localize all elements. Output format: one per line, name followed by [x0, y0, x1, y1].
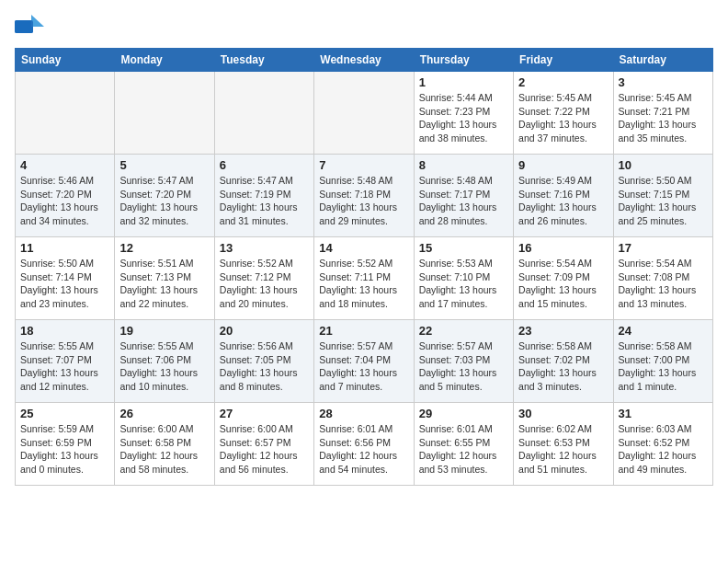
day-number: 5	[119, 158, 209, 172]
day-detail: Sunrise: 5:49 AM Sunset: 7:16 PM Dayligh…	[518, 174, 608, 228]
day-detail: Sunrise: 5:51 AM Sunset: 7:13 PM Dayligh…	[119, 257, 209, 311]
day-detail: Sunrise: 5:50 AM Sunset: 7:14 PM Dayligh…	[20, 257, 109, 311]
day-detail: Sunrise: 5:45 AM Sunset: 7:22 PM Dayligh…	[518, 91, 608, 145]
day-number: 4	[20, 158, 109, 172]
calendar-cell: 2Sunrise: 5:45 AM Sunset: 7:22 PM Daylig…	[514, 72, 613, 155]
calendar-cell: 13Sunrise: 5:52 AM Sunset: 7:12 PM Dayli…	[214, 237, 313, 320]
calendar-cell	[115, 72, 214, 155]
day-number: 1	[419, 75, 508, 89]
day-detail: Sunrise: 5:58 AM Sunset: 7:00 PM Dayligh…	[619, 339, 708, 394]
day-number: 3	[619, 75, 708, 89]
day-number: 23	[518, 324, 608, 338]
day-detail: Sunrise: 5:50 AM Sunset: 7:15 PM Dayligh…	[619, 174, 708, 228]
day-detail: Sunrise: 5:45 AM Sunset: 7:21 PM Dayligh…	[619, 91, 708, 145]
calendar-cell: 6Sunrise: 5:47 AM Sunset: 7:19 PM Daylig…	[214, 155, 313, 237]
calendar-cell	[314, 72, 414, 155]
day-detail: Sunrise: 6:01 AM Sunset: 6:56 PM Dayligh…	[319, 422, 408, 477]
day-number: 12	[119, 241, 209, 255]
day-number: 18	[20, 324, 109, 338]
calendar-cell: 5Sunrise: 5:47 AM Sunset: 7:20 PM Daylig…	[115, 155, 214, 237]
svg-rect-2	[15, 20, 33, 33]
calendar-cell: 24Sunrise: 5:58 AM Sunset: 7:00 PM Dayli…	[613, 320, 712, 403]
weekday-header-friday: Friday	[514, 49, 613, 72]
day-number: 6	[220, 158, 309, 172]
calendar-cell: 27Sunrise: 6:00 AM Sunset: 6:57 PM Dayli…	[214, 403, 313, 486]
week-row-4: 18Sunrise: 5:55 AM Sunset: 7:07 PM Dayli…	[16, 320, 713, 403]
day-number: 14	[319, 241, 408, 255]
day-detail: Sunrise: 5:52 AM Sunset: 7:12 PM Dayligh…	[220, 257, 309, 311]
calendar-cell: 21Sunrise: 5:57 AM Sunset: 7:04 PM Dayli…	[314, 320, 414, 403]
day-detail: Sunrise: 5:47 AM Sunset: 7:20 PM Dayligh…	[119, 174, 209, 228]
calendar-cell: 26Sunrise: 6:00 AM Sunset: 6:58 PM Dayli…	[115, 403, 214, 486]
calendar-cell: 20Sunrise: 5:56 AM Sunset: 7:05 PM Dayli…	[214, 320, 313, 403]
day-number: 26	[119, 407, 209, 420]
week-row-3: 11Sunrise: 5:50 AM Sunset: 7:14 PM Dayli…	[16, 237, 713, 320]
day-number: 31	[619, 407, 708, 420]
calendar-cell: 7Sunrise: 5:48 AM Sunset: 7:18 PM Daylig…	[314, 155, 414, 237]
day-detail: Sunrise: 5:44 AM Sunset: 7:23 PM Dayligh…	[419, 91, 508, 145]
day-detail: Sunrise: 6:02 AM Sunset: 6:53 PM Dayligh…	[518, 422, 608, 477]
calendar-cell: 19Sunrise: 5:55 AM Sunset: 7:06 PM Dayli…	[115, 320, 214, 403]
day-number: 29	[419, 407, 508, 420]
weekday-header-thursday: Thursday	[414, 49, 513, 72]
day-detail: Sunrise: 5:53 AM Sunset: 7:10 PM Dayligh…	[419, 257, 508, 311]
calendar-cell: 11Sunrise: 5:50 AM Sunset: 7:14 PM Dayli…	[16, 237, 115, 320]
day-number: 11	[20, 241, 109, 255]
svg-marker-1	[31, 15, 44, 27]
day-number: 16	[518, 241, 608, 255]
day-number: 22	[419, 324, 508, 338]
calendar-cell: 10Sunrise: 5:50 AM Sunset: 7:15 PM Dayli…	[613, 155, 712, 237]
day-number: 30	[518, 407, 608, 420]
calendar-cell	[16, 72, 115, 155]
day-detail: Sunrise: 6:03 AM Sunset: 6:52 PM Dayligh…	[619, 422, 708, 477]
day-detail: Sunrise: 5:57 AM Sunset: 7:04 PM Dayligh…	[319, 339, 408, 394]
calendar-cell: 25Sunrise: 5:59 AM Sunset: 6:59 PM Dayli…	[16, 403, 115, 486]
calendar-cell: 1Sunrise: 5:44 AM Sunset: 7:23 PM Daylig…	[414, 72, 513, 155]
calendar-cell	[214, 72, 313, 155]
calendar-cell: 22Sunrise: 5:57 AM Sunset: 7:03 PM Dayli…	[414, 320, 513, 403]
week-row-1: 1Sunrise: 5:44 AM Sunset: 7:23 PM Daylig…	[16, 72, 713, 155]
logo	[15, 15, 46, 39]
day-detail: Sunrise: 6:00 AM Sunset: 6:57 PM Dayligh…	[220, 422, 309, 477]
day-number: 13	[220, 241, 309, 255]
day-number: 17	[619, 241, 708, 255]
day-detail: Sunrise: 5:46 AM Sunset: 7:20 PM Dayligh…	[20, 174, 109, 228]
day-detail: Sunrise: 5:48 AM Sunset: 7:18 PM Dayligh…	[319, 174, 408, 228]
day-detail: Sunrise: 5:54 AM Sunset: 7:09 PM Dayligh…	[518, 257, 608, 311]
day-detail: Sunrise: 5:59 AM Sunset: 6:59 PM Dayligh…	[20, 422, 109, 477]
calendar-cell: 3Sunrise: 5:45 AM Sunset: 7:21 PM Daylig…	[613, 72, 712, 155]
day-detail: Sunrise: 5:55 AM Sunset: 7:06 PM Dayligh…	[119, 339, 209, 394]
day-detail: Sunrise: 6:00 AM Sunset: 6:58 PM Dayligh…	[119, 422, 209, 477]
calendar-cell: 4Sunrise: 5:46 AM Sunset: 7:20 PM Daylig…	[16, 155, 115, 237]
week-row-5: 25Sunrise: 5:59 AM Sunset: 6:59 PM Dayli…	[16, 403, 713, 486]
day-detail: Sunrise: 5:55 AM Sunset: 7:07 PM Dayligh…	[20, 339, 109, 394]
calendar-header-row: SundayMondayTuesdayWednesdayThursdayFrid…	[16, 49, 713, 72]
day-detail: Sunrise: 5:56 AM Sunset: 7:05 PM Dayligh…	[220, 339, 309, 394]
day-detail: Sunrise: 5:52 AM Sunset: 7:11 PM Dayligh…	[319, 257, 408, 311]
calendar-table: SundayMondayTuesdayWednesdayThursdayFrid…	[15, 48, 713, 486]
weekday-header-wednesday: Wednesday	[314, 49, 414, 72]
calendar-cell: 30Sunrise: 6:02 AM Sunset: 6:53 PM Dayli…	[514, 403, 613, 486]
day-detail: Sunrise: 5:47 AM Sunset: 7:19 PM Dayligh…	[220, 174, 309, 228]
calendar-cell: 14Sunrise: 5:52 AM Sunset: 7:11 PM Dayli…	[314, 237, 414, 320]
calendar-cell: 8Sunrise: 5:48 AM Sunset: 7:17 PM Daylig…	[414, 155, 513, 237]
calendar-cell: 28Sunrise: 6:01 AM Sunset: 6:56 PM Dayli…	[314, 403, 414, 486]
calendar-cell: 16Sunrise: 5:54 AM Sunset: 7:09 PM Dayli…	[514, 237, 613, 320]
week-row-2: 4Sunrise: 5:46 AM Sunset: 7:20 PM Daylig…	[16, 155, 713, 237]
day-number: 27	[220, 407, 309, 420]
day-number: 19	[119, 324, 209, 338]
day-number: 8	[419, 158, 508, 172]
day-number: 9	[518, 158, 608, 172]
weekday-header-tuesday: Tuesday	[214, 49, 313, 72]
calendar-cell: 31Sunrise: 6:03 AM Sunset: 6:52 PM Dayli…	[613, 403, 712, 486]
logo-icon	[15, 15, 44, 39]
calendar-cell: 18Sunrise: 5:55 AM Sunset: 7:07 PM Dayli…	[16, 320, 115, 403]
day-detail: Sunrise: 5:54 AM Sunset: 7:08 PM Dayligh…	[619, 257, 708, 311]
day-number: 28	[319, 407, 408, 420]
calendar-cell: 15Sunrise: 5:53 AM Sunset: 7:10 PM Dayli…	[414, 237, 513, 320]
calendar-cell: 29Sunrise: 6:01 AM Sunset: 6:55 PM Dayli…	[414, 403, 513, 486]
day-number: 25	[20, 407, 109, 420]
day-detail: Sunrise: 6:01 AM Sunset: 6:55 PM Dayligh…	[419, 422, 508, 477]
day-number: 21	[319, 324, 408, 338]
day-number: 7	[319, 158, 408, 172]
